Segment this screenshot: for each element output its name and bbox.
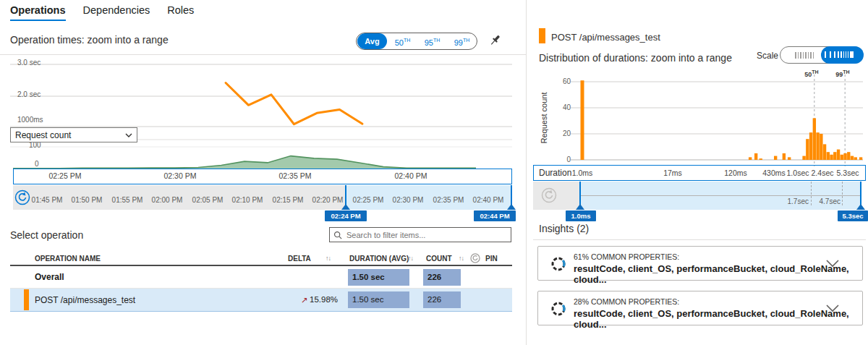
table-row-post-api-messages-test[interactable]: POST /api/messages_test ↗ 15.98% 1.50 se… xyxy=(10,289,512,312)
percentile-50th-line xyxy=(811,182,812,205)
ytick-60: 60 xyxy=(550,77,571,85)
log-scale-tick xyxy=(825,51,826,58)
time-axis-zoom-frame[interactable] xyxy=(13,169,512,184)
insight-card-2[interactable]: 28% COMMON PROPERTIES: resultCode, clien… xyxy=(537,291,863,325)
operation-color-marker xyxy=(24,289,29,310)
common-properties-donut-icon xyxy=(550,301,566,317)
col-count[interactable]: COUNT xyxy=(426,255,452,263)
chevron-down-icon[interactable] xyxy=(826,304,839,312)
linear-scale-tick xyxy=(805,52,807,59)
histogram-y-axis-title: Request count xyxy=(540,93,548,144)
table-row-overall[interactable]: Overall 1.50 sec 226 xyxy=(10,266,512,289)
brush-label: 02:15 PM xyxy=(268,196,308,204)
percentile-toggle: Avg 50TH 95TH 99TH xyxy=(356,33,477,50)
col-pin[interactable]: PIN xyxy=(485,255,498,263)
insight-card-1[interactable]: 61% COMMON PROPERTIES: resultCode, clien… xyxy=(537,246,863,281)
brush-label: 01:55 PM xyxy=(107,196,148,204)
scale-toggle[interactable] xyxy=(780,46,863,64)
xtick: 1.0ms xyxy=(564,169,600,177)
operation-times-title: Operation times: zoom into a range xyxy=(10,34,169,46)
insight-properties-line: resultCode, client_OS, performanceBucket… xyxy=(574,308,862,330)
toggle-99th[interactable]: 99TH xyxy=(447,33,477,51)
time-tick: 02:30 PM xyxy=(158,171,202,180)
metric-dropdown[interactable]: Request count xyxy=(10,127,137,142)
toggle-95th[interactable]: 95TH xyxy=(417,33,447,51)
toggle-50th[interactable]: 50TH xyxy=(388,33,417,51)
percentile-99th-marker: 99TH xyxy=(828,69,857,78)
count-cell: 226 xyxy=(423,291,461,308)
brush-end-badge: 02:44 PM xyxy=(474,210,516,221)
insight-percentage-line: 28% COMMON PROPERTIES: xyxy=(574,297,679,306)
panel-divider xyxy=(526,0,527,345)
log-scale-tick xyxy=(843,51,845,58)
brush-label: 02:00 PM xyxy=(147,196,187,204)
ytick-0: 0 xyxy=(35,160,39,168)
pivot-tabs: Operations Dependencies Roles xyxy=(10,4,194,21)
linear-scale-tick xyxy=(798,52,799,59)
tab-operations[interactable]: Operations xyxy=(10,4,66,21)
linear-scale-tick xyxy=(803,52,804,59)
insight-percentage-line: 61% COMMON PROPERTIES: xyxy=(574,252,679,261)
log-scale-tick xyxy=(850,51,854,58)
sort-icon[interactable]: ↑↓ xyxy=(326,255,331,262)
brush-label: 02:25 PM xyxy=(348,196,388,204)
pin-icon[interactable] xyxy=(489,33,502,48)
metric-dropdown-value: Request count xyxy=(15,130,71,140)
ytick-3sec: 3.0 sec xyxy=(17,59,41,67)
percentile-50th-marker: 50TH xyxy=(797,69,826,78)
duration-end-badge: 5.3sec xyxy=(838,210,868,221)
duration-histogram[interactable] xyxy=(533,69,868,166)
linear-scale-tick xyxy=(808,52,809,59)
search-icon xyxy=(333,231,342,239)
percentile-99th-value: 4.7sec xyxy=(817,197,841,205)
distribution-title: Distribution of durations: zoom into a r… xyxy=(539,52,732,64)
chevron-down-icon[interactable] xyxy=(826,260,839,268)
insight-properties-line: resultCode, client_OS, performanceBucket… xyxy=(574,263,862,285)
brush-handle-start-grip[interactable] xyxy=(341,204,350,210)
log-scale-tick xyxy=(841,51,842,58)
sort-icon[interactable]: ↑↓ xyxy=(459,255,464,262)
sort-icon[interactable]: ↑↓ xyxy=(408,255,413,262)
time-tick: 02:25 PM xyxy=(43,171,87,180)
brush-handle-end-grip[interactable] xyxy=(507,204,516,210)
tab-roles[interactable]: Roles xyxy=(167,4,194,21)
linear-scale-tick xyxy=(800,52,801,59)
brush-label: 01:45 PM xyxy=(27,196,67,204)
xtick: 120ms xyxy=(718,169,754,177)
brush-label: 02:40 PM xyxy=(468,196,509,204)
brush-label: 02:30 PM xyxy=(388,196,428,204)
insights-title: Insights (2) xyxy=(539,223,589,234)
duration-cell: 1.50 sec xyxy=(348,291,409,308)
ytick-1000ms: 1000ms xyxy=(17,116,43,124)
scale-log-segment[interactable] xyxy=(821,46,864,64)
ytick-40: 40 xyxy=(550,103,571,111)
xtick: 17ms xyxy=(655,169,691,177)
row-name: POST /api/messages_test xyxy=(35,295,135,305)
tab-dependencies[interactable]: Dependencies xyxy=(83,4,150,21)
duration-handle-start-grip[interactable] xyxy=(576,204,584,210)
col-operation-name[interactable]: OPERATION NAME xyxy=(35,255,101,263)
brush-label: 02:20 PM xyxy=(307,196,348,204)
col-delta[interactable]: DELTA xyxy=(288,255,311,263)
refresh-history-icon[interactable] xyxy=(470,253,480,263)
duration-start-badge: 1.0ms xyxy=(566,210,596,221)
linear-scale-tick xyxy=(813,52,814,59)
xtick: 5.3sec xyxy=(830,169,866,177)
row-name: Overall xyxy=(35,272,64,282)
log-scale-tick xyxy=(838,51,839,58)
select-operation-title: Select operation xyxy=(10,229,83,241)
log-scale-tick xyxy=(834,51,835,58)
brush-label: 01:50 PM xyxy=(67,196,107,204)
scale-label: Scale xyxy=(757,51,778,61)
percentile-99th-line xyxy=(842,182,843,205)
operation-times-chart[interactable] xyxy=(0,54,526,170)
common-properties-donut-icon xyxy=(550,256,566,272)
toggle-avg[interactable]: Avg xyxy=(357,33,387,49)
log-scale-tick xyxy=(848,51,849,58)
time-tick: 02:35 PM xyxy=(273,171,317,180)
search-input[interactable] xyxy=(345,230,507,240)
search-box[interactable] xyxy=(329,227,511,242)
col-duration-avg[interactable]: DURATION (AVG) xyxy=(349,255,409,263)
duration-handle-end-grip[interactable] xyxy=(856,204,865,210)
delta-up-arrow-icon: ↗ xyxy=(301,295,308,305)
